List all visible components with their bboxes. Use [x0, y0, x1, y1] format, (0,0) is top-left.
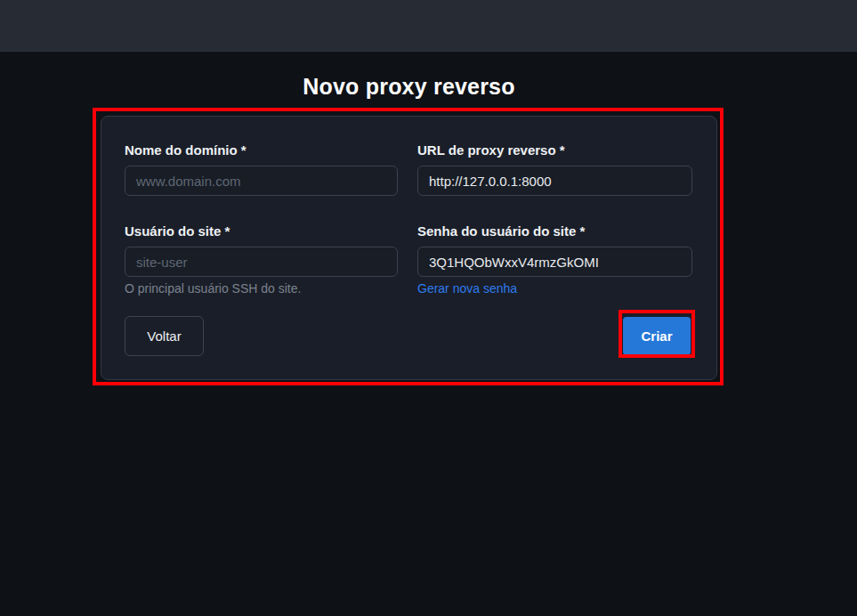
- password-label: Senha do usuário do site *: [417, 223, 692, 240]
- form-row-2: Usuário do site * O principal usuário SS…: [125, 223, 691, 296]
- field-password: Senha do usuário do site * Gerar nova se…: [417, 223, 692, 296]
- generate-password-link[interactable]: Gerar nova senha: [417, 282, 517, 295]
- password-input[interactable]: [417, 247, 692, 277]
- site-user-label: Usuário do site *: [125, 223, 398, 240]
- app-screen: Novo proxy reverso Nome do domínio * URL…: [0, 0, 857, 616]
- field-proxy-url: URL de proxy reverso *: [417, 142, 692, 196]
- site-user-helper-text: O principal usuário SSH do site.: [125, 282, 398, 295]
- form-buttons-row: Voltar Criar: [125, 316, 691, 356]
- page-title: Novo proxy reverso: [101, 74, 717, 100]
- proxy-url-label: URL de proxy reverso *: [417, 142, 692, 159]
- back-button[interactable]: Voltar: [125, 316, 204, 356]
- proxy-url-input[interactable]: [417, 166, 692, 196]
- create-button[interactable]: Criar: [623, 317, 691, 355]
- top-navigation-bar: [0, 0, 857, 52]
- field-domain: Nome do domínio *: [125, 142, 398, 196]
- domain-label: Nome do domínio *: [125, 142, 398, 159]
- site-user-input[interactable]: [125, 247, 398, 277]
- new-reverse-proxy-form-card: Nome do domínio * URL de proxy reverso *…: [101, 116, 717, 380]
- field-site-user: Usuário do site * O principal usuário SS…: [125, 223, 398, 296]
- form-row-1: Nome do domínio * URL de proxy reverso *: [125, 142, 691, 196]
- domain-input[interactable]: [125, 166, 398, 196]
